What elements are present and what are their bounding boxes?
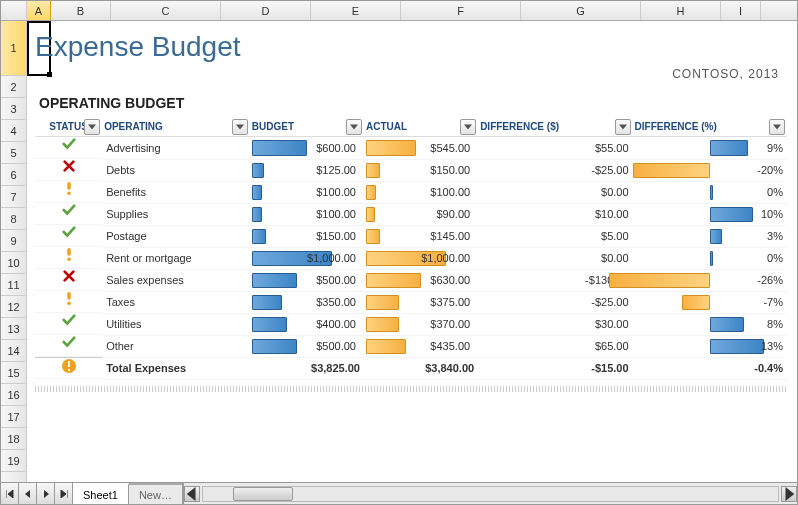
actual-cell: $435.00 [364,335,478,357]
actual-cell: $370.00 [364,313,478,335]
scroll-thumb[interactable] [233,487,293,501]
pct-cell: 8% [633,313,787,335]
pct-cell: 0% [633,181,787,203]
sheet-tab-sheet1[interactable]: Sheet1 [73,483,129,504]
row-header-19[interactable]: 19 [1,450,26,472]
budget-cell: $100.00 [250,181,364,203]
filter-icon[interactable] [460,119,476,135]
table-row: Rent or mortgage$1,000.00$1,000.00$0.000… [35,247,787,269]
col-header-f[interactable]: F [401,1,521,20]
filter-icon[interactable] [84,119,100,135]
filter-icon[interactable] [615,119,631,135]
filter-icon[interactable] [769,119,785,135]
status-icon [35,159,102,181]
row-header-6[interactable]: 6 [1,164,26,186]
svg-rect-0 [67,182,71,190]
row-header-1[interactable]: 1 [1,21,26,76]
status-icon [35,291,102,313]
item-name: Sales expenses [102,269,250,291]
item-name: Taxes [102,291,250,313]
select-all-corner[interactable] [1,1,27,20]
filter-icon[interactable] [346,119,362,135]
svg-rect-8 [68,369,70,371]
status-icon [35,225,102,247]
row-header-12[interactable]: 12 [1,296,26,318]
item-name: Debts [102,159,250,181]
scroll-left-button[interactable] [184,486,200,502]
th-diff-pct[interactable]: DIFFERENCE (%) [633,117,787,137]
col-header-a[interactable]: A [27,1,51,20]
total-budget: $3,825.00 [250,357,364,379]
budget-cell: $350.00 [250,291,364,313]
row-header-2[interactable]: 2 [1,76,26,98]
budget-cell: $500.00 [250,335,364,357]
table-row: Advertising$600.00$545.00$55.009% [35,137,787,160]
th-budget[interactable]: BUDGET [250,117,364,137]
item-name: Postage [102,225,250,247]
total-diff: -$15.00 [478,357,632,379]
row-header-9[interactable]: 9 [1,230,26,252]
actual-cell: $150.00 [364,159,478,181]
status-icon [35,137,102,159]
th-status[interactable]: STATUS [35,117,102,137]
th-actual[interactable]: ACTUAL [364,117,478,137]
col-header-h[interactable]: H [641,1,721,20]
prev-sheet-button[interactable] [19,483,37,504]
th-operating[interactable]: OPERATING [102,117,250,137]
row-headers: 12345678910111213141516171819 [1,21,27,482]
table-row: Sales expenses$500.00$630.00-$130.00-26% [35,269,787,291]
col-header-d[interactable]: D [221,1,311,20]
budget-cell: $150.00 [250,225,364,247]
filter-icon[interactable] [232,119,248,135]
diff-cell: $30.00 [478,313,632,335]
svg-point-3 [67,258,71,262]
svg-point-5 [67,302,71,306]
actual-cell: $145.00 [364,225,478,247]
col-header-b[interactable]: B [51,1,111,20]
row-header-4[interactable]: 4 [1,120,26,142]
svg-rect-2 [67,248,71,256]
status-icon [35,181,102,203]
first-sheet-button[interactable] [1,483,19,504]
subtitle: CONTOSO, 2013 [35,67,787,81]
row-header-10[interactable]: 10 [1,252,26,274]
actual-cell: $630.00 [364,269,478,291]
diff-cell: $5.00 [478,225,632,247]
diff-cell: $65.00 [478,335,632,357]
svg-rect-4 [67,292,71,300]
table-row: Debts$125.00$150.00-$25.00-20% [35,159,787,181]
budget-cell: $125.00 [250,159,364,181]
next-sheet-button[interactable] [37,483,55,504]
col-header-g[interactable]: G [521,1,641,20]
col-header-c[interactable]: C [111,1,221,20]
budget-cell: $1,000.00 [250,247,364,269]
row-header-11[interactable]: 11 [1,274,26,296]
scroll-right-button[interactable] [781,486,797,502]
svg-point-1 [67,192,71,196]
th-diff-dollar[interactable]: DIFFERENCE ($) [478,117,632,137]
col-header-e[interactable]: E [311,1,401,20]
row-header-18[interactable]: 18 [1,428,26,450]
row-header-15[interactable]: 15 [1,362,26,384]
status-icon [35,269,102,291]
row-header-13[interactable]: 13 [1,318,26,340]
sheet-tab-new[interactable]: New… [129,483,183,504]
row-header-5[interactable]: 5 [1,142,26,164]
row-header-14[interactable]: 14 [1,340,26,362]
total-pct: -0.4% [633,357,787,379]
status-icon [35,335,102,357]
actual-cell: $375.00 [364,291,478,313]
row-header-8[interactable]: 8 [1,208,26,230]
budget-cell: $100.00 [250,203,364,225]
row-header-17[interactable]: 17 [1,406,26,428]
row-header-16[interactable]: 16 [1,384,26,406]
table-row: Postage$150.00$145.00$5.003% [35,225,787,247]
actual-cell: $1,000.00 [364,247,478,269]
row-header-7[interactable]: 7 [1,186,26,208]
cells-area[interactable]: Expense Budget CONTOSO, 2013 OPERATING B… [27,21,797,482]
scroll-track[interactable] [202,486,779,502]
last-sheet-button[interactable] [55,483,73,504]
col-header-i[interactable]: I [721,1,761,20]
table-row: Taxes$350.00$375.00-$25.00-7% [35,291,787,313]
row-header-3[interactable]: 3 [1,98,26,120]
